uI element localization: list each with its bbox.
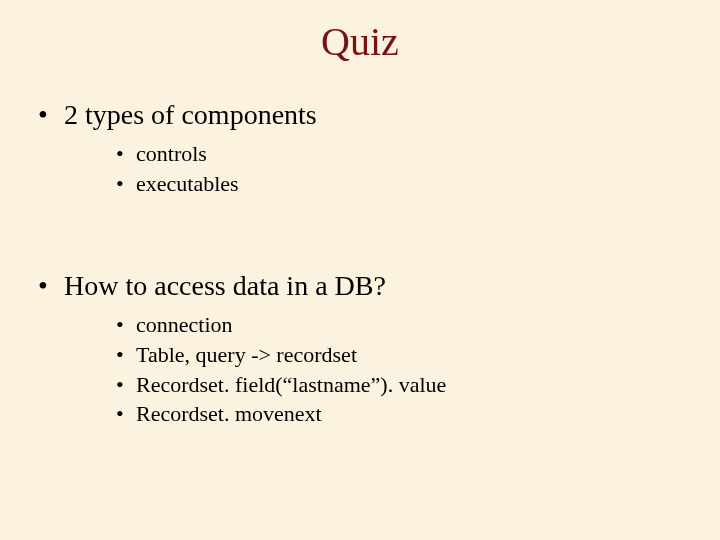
bullet-list: How to access data in a DB? connection T… <box>0 270 720 429</box>
sub-list: controls executables <box>64 139 720 198</box>
slide: Quiz 2 types of components controls exec… <box>0 18 720 540</box>
sub-list: connection Table, query -> recordset Rec… <box>64 310 720 429</box>
sub-list-item: Recordset. field(“lastname”). value <box>116 370 720 400</box>
sub-list-item: Table, query -> recordset <box>116 340 720 370</box>
list-item-text: How to access data in a DB? <box>64 270 386 301</box>
spacer <box>0 210 720 270</box>
list-item: 2 types of components controls executabl… <box>38 99 720 198</box>
list-item: How to access data in a DB? connection T… <box>38 270 720 429</box>
sub-list-item: Recordset. movenext <box>116 399 720 429</box>
slide-title: Quiz <box>0 18 720 65</box>
sub-list-item: controls <box>116 139 720 169</box>
list-item-text: 2 types of components <box>64 99 317 130</box>
sub-list-item: executables <box>116 169 720 199</box>
sub-list-item: connection <box>116 310 720 340</box>
bullet-list: 2 types of components controls executabl… <box>0 99 720 198</box>
